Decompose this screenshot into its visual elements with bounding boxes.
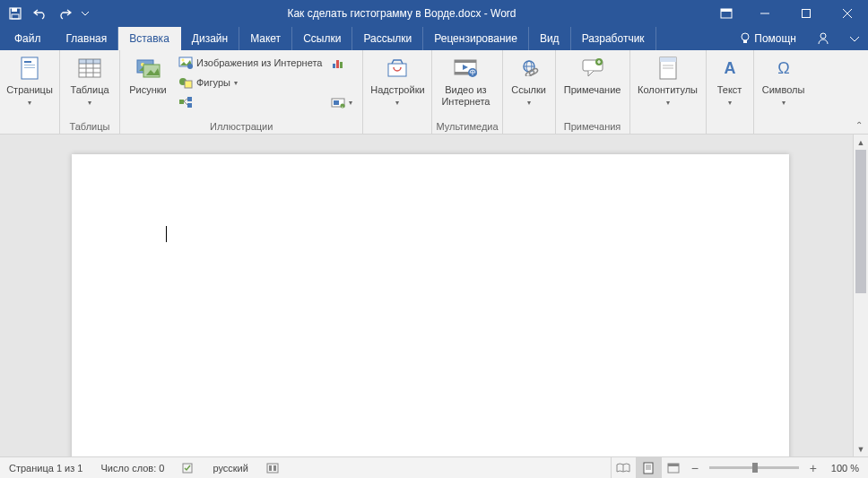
svg-rect-1 xyxy=(12,8,17,12)
page-icon xyxy=(15,54,44,83)
picture-icon xyxy=(134,54,162,83)
tell-me-label: Помощн xyxy=(754,32,796,45)
zoom-level-button[interactable]: 100 % xyxy=(822,463,868,474)
links-button[interactable]: Ссылки▾ xyxy=(507,52,551,110)
spell-check-status[interactable] xyxy=(173,457,204,478)
online-pictures-label: Изображения из Интернета xyxy=(196,57,322,68)
video-icon xyxy=(451,54,480,83)
web-layout-icon xyxy=(667,463,680,474)
web-layout-button[interactable] xyxy=(661,457,686,478)
chart-button[interactable] xyxy=(328,54,355,72)
window-title: Как сделать гистограмму в Ворде.docx - W… xyxy=(95,7,708,20)
group-label-illustrations: Иллюстрации xyxy=(124,120,359,134)
tab-mailings[interactable]: Рассылки xyxy=(352,27,423,50)
scroll-down-button[interactable]: ▼ xyxy=(854,441,868,456)
smartart-icon xyxy=(178,95,193,109)
zoom-slider[interactable] xyxy=(709,466,799,469)
svg-rect-4 xyxy=(721,9,732,12)
pages-button[interactable]: Страницы▾ xyxy=(4,52,56,110)
screenshot-button[interactable]: + ▾ xyxy=(328,93,355,111)
minimize-button[interactable] xyxy=(744,0,786,27)
document-page[interactable] xyxy=(72,154,789,456)
dropdown-arrow-icon: ▾ xyxy=(782,99,786,107)
svg-point-27 xyxy=(182,59,185,62)
comment-button[interactable]: Примечание xyxy=(560,52,626,98)
svg-rect-10 xyxy=(743,40,747,43)
symbols-label: Символы xyxy=(762,84,805,95)
svg-rect-31 xyxy=(179,100,184,104)
group-label xyxy=(758,120,810,134)
svg-line-34 xyxy=(184,99,187,101)
svg-text:Ω: Ω xyxy=(777,59,789,77)
text-button[interactable]: A Текст▾ xyxy=(710,52,750,110)
smartart-button[interactable] xyxy=(176,93,325,111)
dropdown-arrow-icon: ▾ xyxy=(395,99,399,107)
table-button[interactable]: Таблица▾ xyxy=(64,52,116,110)
online-pictures-button[interactable]: Изображения из Интернета xyxy=(176,54,325,72)
link-icon xyxy=(515,54,543,83)
svg-point-11 xyxy=(820,33,826,39)
ribbon-display-options-button[interactable] xyxy=(708,0,744,27)
zoom-out-button[interactable]: − xyxy=(686,461,704,475)
vertical-scrollbar[interactable]: ▲ ▼ xyxy=(853,135,868,456)
ribbon: Страницы▾ Таблица▾ Таблицы Рисунки xyxy=(0,50,868,135)
addins-button[interactable]: Надстройки▾ xyxy=(367,52,428,110)
tab-view[interactable]: Вид xyxy=(529,27,571,50)
tab-design[interactable]: Дизайн xyxy=(181,27,239,50)
pictures-button[interactable]: Рисунки xyxy=(124,52,172,98)
word-count-status[interactable]: Число слов: 0 xyxy=(91,457,173,478)
tab-review[interactable]: Рецензирование xyxy=(423,27,529,50)
tell-me-button[interactable]: Помощн xyxy=(731,32,805,45)
group-label xyxy=(507,120,551,134)
zoom-in-button[interactable]: + xyxy=(804,461,822,475)
svg-rect-56 xyxy=(660,57,676,62)
tab-developer[interactable]: Разработчик xyxy=(571,27,656,50)
tab-insert[interactable]: Вставка xyxy=(118,27,181,50)
tab-file[interactable]: Файл xyxy=(0,27,56,50)
comment-icon xyxy=(578,54,607,83)
tab-home[interactable]: Главная xyxy=(56,27,119,50)
language-status[interactable]: русский xyxy=(204,457,256,478)
group-label xyxy=(4,120,56,134)
scroll-up-button[interactable]: ▲ xyxy=(854,135,868,150)
group-addins: Надстройки▾ xyxy=(363,50,432,134)
online-pictures-icon xyxy=(178,56,193,70)
text-label: Текст xyxy=(717,84,742,95)
undo-button[interactable] xyxy=(29,2,52,25)
maximize-button[interactable] xyxy=(786,0,827,27)
svg-rect-2 xyxy=(12,14,19,19)
page-number-status[interactable]: Страница 1 из 1 xyxy=(0,457,91,478)
share-button[interactable] xyxy=(805,27,841,50)
close-button[interactable] xyxy=(827,0,868,27)
online-video-label: Видео из Интернета xyxy=(438,84,493,108)
zoom-slider-thumb[interactable] xyxy=(752,463,758,473)
comment-label: Примечание xyxy=(564,84,621,96)
redo-button[interactable] xyxy=(54,2,77,25)
shapes-button[interactable]: Фигуры ▾ xyxy=(176,74,325,91)
shapes-label: Фигуры xyxy=(196,77,230,88)
tab-references[interactable]: Ссылки xyxy=(292,27,352,50)
online-video-button[interactable]: Видео из Интернета xyxy=(436,52,495,109)
group-links: Ссылки▾ xyxy=(503,50,556,134)
macro-status[interactable] xyxy=(257,457,288,478)
collapse-ribbon-button[interactable]: ⌃ xyxy=(855,120,863,130)
print-layout-icon xyxy=(643,462,654,474)
scroll-thumb[interactable] xyxy=(855,150,866,293)
group-tables: Таблица▾ Таблицы xyxy=(60,50,120,134)
qat-customize-button[interactable] xyxy=(79,2,91,25)
svg-text:A: A xyxy=(724,59,735,77)
print-layout-button[interactable] xyxy=(636,457,661,478)
comments-pane-button[interactable] xyxy=(841,27,868,50)
svg-rect-36 xyxy=(333,64,335,68)
group-pages: Страницы▾ xyxy=(0,50,60,134)
svg-rect-30 xyxy=(185,81,192,88)
shapes-icon xyxy=(178,75,193,90)
save-button[interactable] xyxy=(4,2,27,25)
chart-icon xyxy=(331,56,345,70)
tab-layout[interactable]: Макет xyxy=(239,27,292,50)
svg-point-9 xyxy=(742,33,749,40)
svg-rect-64 xyxy=(273,465,276,471)
read-mode-button[interactable] xyxy=(611,457,636,478)
symbols-button[interactable]: Ω Символы▾ xyxy=(758,52,810,110)
header-footer-button[interactable]: Колонтитулы▾ xyxy=(634,52,702,110)
